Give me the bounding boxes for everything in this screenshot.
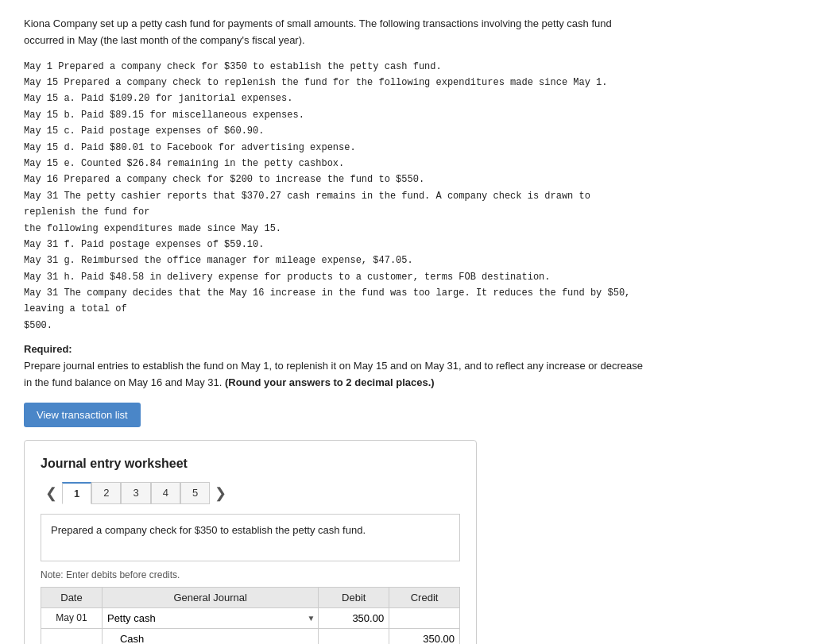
worksheet-container: Journal entry worksheet ❮ 1 2 3 4 5 ❯ Pr…: [24, 440, 477, 644]
table-row-debit-0[interactable]: [319, 607, 389, 628]
transaction-line: the following expenditures made since Ma…: [24, 221, 644, 237]
tab-3[interactable]: 3: [121, 482, 150, 504]
credit-input-1[interactable]: [394, 633, 455, 644]
tab-list: 1 2 3 4 5: [62, 482, 210, 504]
tab-4[interactable]: 4: [151, 482, 180, 504]
tab-5[interactable]: 5: [180, 482, 210, 504]
transaction-line: May 31 f. Paid postage expenses of $59.1…: [24, 237, 644, 253]
table-row-account-1[interactable]: [102, 628, 318, 644]
transaction-line: May 15 d. Paid $80.01 to Facebook for ad…: [24, 140, 644, 156]
tab-2[interactable]: 2: [91, 482, 121, 504]
tab-navigation: ❮ 1 2 3 4 5 ❯: [41, 482, 460, 504]
header-general-journal: General Journal: [102, 587, 318, 607]
intro-paragraph: Kiona Company set up a petty cash fund f…: [24, 16, 644, 49]
required-section: Required: Prepare journal entries to est…: [24, 343, 644, 391]
transaction-line: May 15 a. Paid $109.20 for janitorial ex…: [24, 91, 644, 106]
chevron-right-icon: ❯: [215, 485, 226, 501]
journal-table: Date General Journal Debit Credit May 01…: [41, 587, 460, 644]
transaction-line: May 15 c. Paid postage expenses of $60.9…: [24, 123, 644, 139]
transaction-line: May 15 e. Counted $26.84 remaining in th…: [24, 156, 644, 172]
transaction-line: May 31 The petty cashier reports that $3…: [24, 188, 644, 221]
tab-1[interactable]: 1: [62, 482, 91, 504]
chevron-left-icon: ❮: [45, 485, 57, 501]
debit-input-1[interactable]: [323, 633, 384, 644]
header-debit: Debit: [319, 587, 389, 607]
header-credit: Credit: [389, 587, 460, 607]
account-input-1[interactable]: [120, 633, 302, 644]
prev-tab-button[interactable]: ❮: [41, 483, 62, 503]
next-tab-button[interactable]: ❯: [210, 483, 231, 503]
transaction-line: May 16 Prepared a company check for $200…: [24, 172, 644, 187]
note-text: Note: Enter debits before credits.: [41, 569, 460, 580]
account-input-0[interactable]: [107, 612, 302, 624]
debit-input-0[interactable]: [323, 612, 384, 624]
transaction-line: May 31 g. Reimbursed the office manager …: [24, 253, 644, 268]
transactions-block: May 1 Prepared a company check for $350 …: [24, 59, 644, 334]
table-row-credit-1[interactable]: [389, 628, 460, 644]
transaction-line: May 15 Prepared a company check to reple…: [24, 75, 644, 91]
required-label: Required:: [24, 343, 644, 355]
header-date: Date: [41, 587, 103, 607]
table-row-date-1: [41, 628, 103, 644]
transaction-line: May 15 b. Paid $89.15 for miscellaneous …: [24, 107, 644, 123]
transaction-line: May 31 h. Paid $48.58 in delivery expens…: [24, 269, 644, 285]
table-row-account-0[interactable]: ▼: [102, 607, 318, 628]
table-row-credit-0[interactable]: [389, 607, 460, 628]
table-row-debit-1[interactable]: [319, 628, 389, 644]
view-transaction-button[interactable]: View transaction list: [24, 403, 141, 427]
transaction-description: Prepared a company check for $350 to est…: [41, 514, 460, 561]
worksheet-title: Journal entry worksheet: [41, 457, 460, 471]
transaction-line: May 31 The company decides that the May …: [24, 285, 644, 318]
transaction-line: $500.: [24, 318, 644, 334]
table-row-date-0: May 01: [41, 607, 103, 628]
transaction-line: May 1 Prepared a company check for $350 …: [24, 59, 644, 75]
credit-input-0[interactable]: [394, 612, 455, 624]
dropdown-arrow-icon[interactable]: ▼: [307, 614, 315, 623]
required-text: Prepare journal entries to establish the…: [24, 358, 644, 391]
